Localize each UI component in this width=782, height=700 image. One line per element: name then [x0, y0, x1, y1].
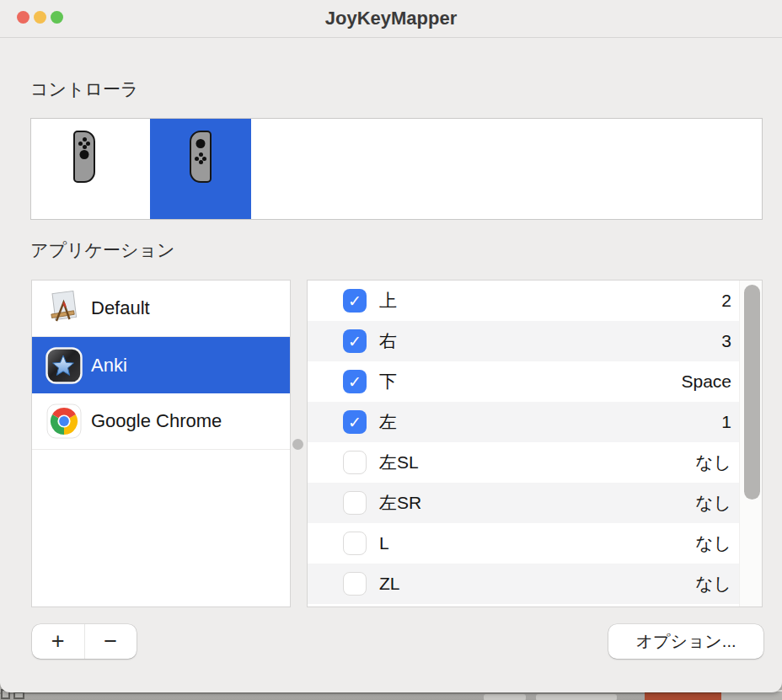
- checkbox-unchecked[interactable]: [343, 572, 367, 596]
- mapped-key-value: 1: [721, 412, 731, 432]
- close-button[interactable]: [17, 11, 29, 24]
- mapped-key-value: Space: [681, 371, 731, 392]
- controller-button-label: 左SL: [379, 451, 419, 474]
- add-app-button[interactable]: +: [32, 624, 84, 659]
- check-icon: ✓: [348, 293, 362, 309]
- analog-stick-dot: [196, 139, 206, 148]
- right-joycon-icon: [73, 131, 95, 183]
- controller-button-label: 下: [379, 370, 397, 393]
- checkbox-checked[interactable]: ✓: [343, 329, 367, 353]
- mapping-row[interactable]: Lなし: [308, 523, 739, 564]
- chrome-icon: [46, 403, 83, 440]
- app-row-anki[interactable]: Anki: [32, 337, 290, 393]
- options-button[interactable]: オプション...: [608, 624, 763, 659]
- controller-button-label: 左: [379, 410, 397, 434]
- window-title: JoyKeyMapper: [0, 0, 782, 37]
- controller-button-label: ZL: [379, 574, 400, 594]
- app-list: Default Anki Google Chrome: [31, 280, 291, 607]
- key-mapping-panel: ✓上2✓右3✓下Space✓左1左SLなし左SRなしLなしZLなし: [307, 280, 763, 607]
- controller-button-label: L: [379, 533, 389, 553]
- joykeymapper-window: JoyKeyMapper コントローラ アプリケーション Default Ank…: [0, 0, 782, 692]
- check-icon: ✓: [348, 334, 362, 350]
- check-icon: ✓: [348, 374, 362, 390]
- checkbox-unchecked[interactable]: [343, 491, 367, 515]
- controller-section-label: コントローラ: [30, 77, 138, 101]
- background-accent-red-block: [645, 692, 731, 700]
- mapping-row[interactable]: ✓右3: [308, 321, 739, 361]
- mapped-key-value: なし: [695, 532, 731, 555]
- application-section-label: アプリケーション: [30, 238, 174, 262]
- mapped-key-value: なし: [695, 451, 731, 474]
- checkbox-unchecked[interactable]: [343, 532, 367, 555]
- dpad-dots: [195, 152, 206, 164]
- mapped-key-value: 2: [721, 291, 731, 311]
- titlebar: JoyKeyMapper: [0, 0, 782, 38]
- checkbox-checked[interactable]: ✓: [343, 289, 367, 313]
- checkbox-checked[interactable]: ✓: [343, 410, 367, 434]
- generic-app-icon: [46, 290, 83, 327]
- mapping-list: ✓上2✓右3✓下Space✓左1左SLなし左SRなしLなしZLなし: [308, 281, 739, 604]
- controller-list: [30, 118, 763, 220]
- mapping-row[interactable]: ✓下Space: [308, 361, 739, 402]
- scrollbar-thumb[interactable]: [744, 285, 760, 500]
- background-mini-icon: [13, 692, 24, 699]
- mapping-row[interactable]: 左SLなし: [308, 442, 739, 483]
- mapping-row[interactable]: ✓上2: [308, 281, 739, 321]
- zoom-button[interactable]: [51, 11, 63, 24]
- traffic-lights: [17, 11, 63, 24]
- anki-icon: [46, 347, 83, 384]
- controller-item-left-joycon[interactable]: [150, 119, 251, 219]
- controller-button-label: 右: [379, 329, 397, 353]
- controller-item-right-joycon[interactable]: [34, 119, 135, 219]
- analog-stick-dot: [80, 150, 89, 159]
- left-joycon-icon: [190, 131, 212, 183]
- app-row-default[interactable]: Default: [32, 281, 290, 337]
- mapped-key-value: なし: [695, 491, 731, 515]
- checkbox-checked[interactable]: ✓: [343, 370, 367, 393]
- controller-button-label: 上: [379, 289, 397, 313]
- background-window-button: [484, 694, 526, 700]
- mapped-key-value: 3: [721, 331, 731, 351]
- dpad-dots: [78, 137, 90, 149]
- check-icon: ✓: [348, 414, 362, 430]
- mapping-row[interactable]: 左SRなし: [308, 483, 739, 523]
- add-remove-segmented-control: + −: [32, 624, 137, 659]
- app-name-label: Anki: [91, 355, 127, 377]
- app-name-label: Google Chrome: [91, 410, 222, 432]
- checkbox-unchecked[interactable]: [343, 451, 367, 474]
- mapped-key-value: なし: [695, 572, 731, 596]
- background-window-button: [536, 694, 617, 700]
- app-row-google-chrome[interactable]: Google Chrome: [32, 393, 290, 450]
- remove-app-button[interactable]: −: [84, 624, 137, 659]
- scrollbar-track[interactable]: [739, 281, 762, 606]
- mapping-row[interactable]: ZLなし: [308, 564, 739, 604]
- controller-button-label: 左SR: [379, 491, 421, 515]
- split-divider-handle[interactable]: [292, 439, 303, 450]
- app-name-label: Default: [91, 297, 150, 319]
- mapping-row[interactable]: ✓左1: [308, 402, 739, 442]
- minimize-button[interactable]: [34, 11, 46, 24]
